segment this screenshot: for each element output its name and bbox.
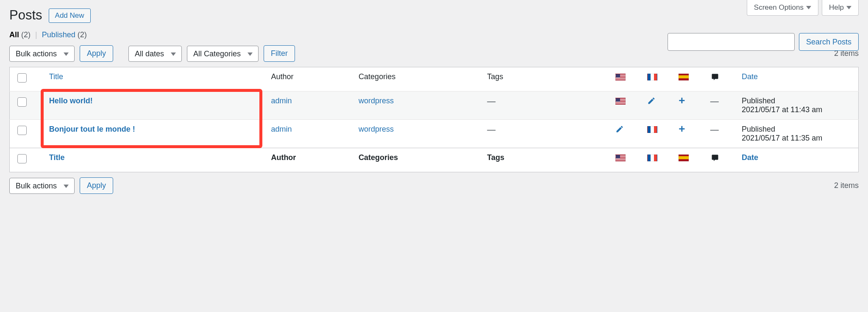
col-comments [704, 67, 736, 91]
select-all-checkbox-foot[interactable] [17, 154, 27, 163]
comments-empty: — [710, 125, 719, 134]
flag-es-icon [679, 155, 689, 161]
date-status: Published [742, 97, 852, 105]
author-link[interactable]: admin [271, 125, 292, 133]
help-button[interactable]: Help [822, 0, 859, 16]
col-lang-us [609, 67, 641, 91]
tags-empty: — [487, 97, 495, 106]
col-categories: Categories [353, 148, 481, 172]
help-label: Help [829, 3, 844, 12]
col-author: Author [265, 148, 353, 172]
comments-empty: — [710, 97, 719, 106]
add-new-button[interactable]: Add New [49, 8, 91, 23]
posts-table: Title Author Categories Tags Date Hello … [9, 67, 859, 172]
date-value: 2021/05/17 at 11:43 am [742, 105, 852, 114]
page-title: Posts [9, 0, 42, 28]
filter-published[interactable]: Published (2) [42, 30, 87, 39]
flag-us-icon[interactable] [615, 98, 626, 105]
table-row: Bonjour tout le monde ! admin wordpress … [10, 120, 859, 148]
date-value: 2021/05/17 at 11:35 am [742, 134, 852, 143]
search-input[interactable] [668, 33, 795, 51]
plus-icon[interactable]: + [679, 94, 685, 107]
author-link[interactable]: admin [271, 97, 292, 105]
row-checkbox[interactable] [17, 97, 27, 107]
table-row: Hello world! admin wordpress — + — Publi… [10, 91, 859, 120]
screen-options-label: Screen Options [754, 3, 804, 12]
bulk-actions-select-bottom[interactable]: Bulk actions [9, 178, 75, 194]
apply-button-bottom[interactable]: Apply [80, 177, 113, 194]
plus-icon[interactable]: + [679, 122, 685, 135]
category-link[interactable]: wordpress [359, 97, 394, 105]
col-tags: Tags [481, 148, 609, 172]
row-checkbox[interactable] [17, 126, 27, 135]
pencil-icon[interactable] [615, 127, 624, 135]
pencil-icon[interactable] [647, 98, 656, 107]
flag-fr-icon [647, 155, 657, 161]
flag-fr-icon [647, 74, 657, 80]
search-button[interactable]: Search Posts [799, 33, 859, 51]
items-count-bottom: 2 items [834, 181, 859, 190]
flag-us-icon [615, 155, 626, 161]
filter-button[interactable]: Filter [264, 45, 295, 62]
select-all-checkbox[interactable] [17, 73, 27, 83]
col-date[interactable]: Date [742, 153, 758, 162]
categories-select[interactable]: All Categories [187, 46, 259, 62]
screen-options-button[interactable]: Screen Options [747, 0, 818, 16]
comment-icon [710, 154, 720, 162]
date-status: Published [742, 125, 852, 134]
chevron-down-icon [806, 6, 811, 9]
apply-button[interactable]: Apply [80, 45, 113, 62]
flag-fr-icon[interactable] [647, 126, 657, 133]
filter-all[interactable]: All (2) [9, 30, 33, 39]
post-title-link[interactable]: Hello world! [49, 97, 93, 105]
category-link[interactable]: wordpress [359, 125, 394, 133]
flag-es-icon [679, 74, 689, 80]
col-lang-fr [641, 67, 673, 91]
col-title[interactable]: Title [49, 72, 63, 81]
chevron-down-icon [846, 6, 851, 9]
post-title-link[interactable]: Bonjour tout le monde ! [49, 125, 135, 133]
tags-empty: — [487, 125, 495, 134]
bulk-actions-select[interactable]: Bulk actions [9, 46, 75, 62]
col-author: Author [265, 67, 353, 91]
col-tags: Tags [481, 67, 609, 91]
dates-select[interactable]: All dates [128, 46, 182, 62]
col-title[interactable]: Title [49, 153, 65, 162]
col-date[interactable]: Date [742, 72, 758, 81]
flag-us-icon [615, 74, 626, 80]
col-lang-es [673, 67, 704, 91]
col-categories: Categories [353, 67, 481, 91]
comment-icon [710, 73, 720, 81]
